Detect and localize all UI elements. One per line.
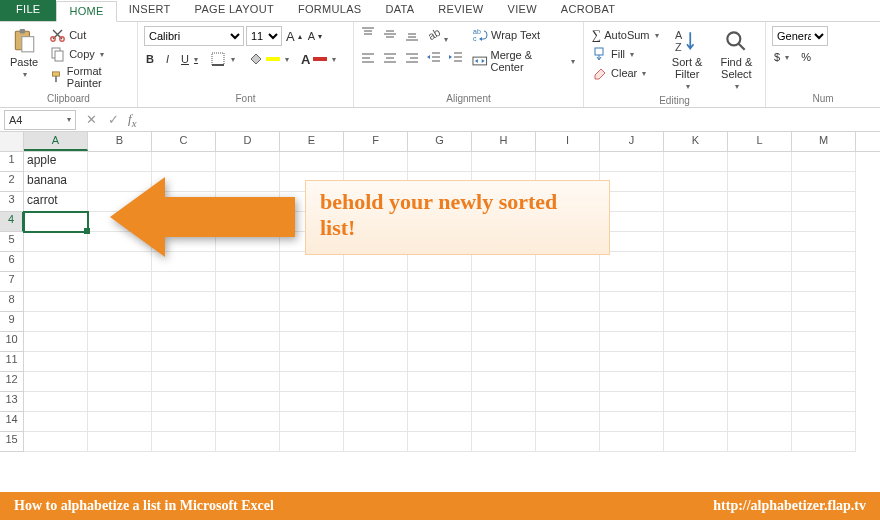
cell[interactable] [728,152,792,172]
cell[interactable] [408,252,472,272]
cell[interactable] [600,272,664,292]
cell[interactable] [152,372,216,392]
cell[interactable] [408,332,472,352]
cell[interactable] [344,272,408,292]
cell[interactable] [280,372,344,392]
cell[interactable] [280,412,344,432]
cell[interactable] [792,272,856,292]
cell[interactable]: carrot [24,192,88,212]
cell[interactable] [280,432,344,452]
cell[interactable] [472,272,536,292]
cell[interactable] [24,232,88,252]
cell[interactable] [24,412,88,432]
cell[interactable] [216,352,280,372]
cell[interactable] [536,312,600,332]
decrease-indent-button[interactable] [426,50,442,68]
format-painter-button[interactable]: Format Painter [48,64,131,90]
cell[interactable] [536,392,600,412]
shrink-font-button[interactable]: A▾ [306,29,324,43]
cell[interactable] [88,392,152,412]
cell[interactable] [152,432,216,452]
cell[interactable] [536,432,600,452]
cell[interactable] [600,372,664,392]
column-header[interactable]: G [408,132,472,151]
tab-page-layout[interactable]: PAGE LAYOUT [183,0,286,21]
copy-button[interactable]: Copy▾ [48,45,131,63]
cell[interactable] [88,412,152,432]
cell[interactable] [88,272,152,292]
cell[interactable] [344,372,408,392]
cell[interactable] [152,272,216,292]
cell[interactable] [408,292,472,312]
cell[interactable] [472,312,536,332]
cell[interactable] [280,332,344,352]
cell[interactable] [344,292,408,312]
cell[interactable] [728,372,792,392]
tab-file[interactable]: FILE [0,0,56,21]
cell[interactable] [664,292,728,312]
cell[interactable] [536,152,600,172]
cell[interactable] [152,312,216,332]
underline-button[interactable]: U▾ [179,52,200,66]
cell[interactable] [728,172,792,192]
cell[interactable] [280,312,344,332]
cell[interactable] [536,292,600,312]
column-header[interactable]: C [152,132,216,151]
row-header[interactable]: 5 [0,232,24,252]
cell[interactable] [600,412,664,432]
column-header[interactable]: I [536,132,600,151]
font-size-select[interactable]: 11 [246,26,282,46]
column-header[interactable]: B [88,132,152,151]
cell[interactable] [664,212,728,232]
column-header[interactable]: M [792,132,856,151]
cut-button[interactable]: Cut [48,26,131,44]
cell[interactable] [792,372,856,392]
cell[interactable] [88,292,152,312]
cell[interactable] [664,152,728,172]
cell[interactable] [88,312,152,332]
align-middle-button[interactable] [382,26,398,44]
cell[interactable] [728,232,792,252]
cell[interactable] [664,232,728,252]
cell[interactable] [664,352,728,372]
cell[interactable] [24,372,88,392]
cell[interactable] [536,332,600,352]
cell[interactable] [280,292,344,312]
cell[interactable] [152,412,216,432]
name-box[interactable]: A4▾ [4,110,76,130]
cell[interactable] [792,312,856,332]
number-format-select[interactable]: General [772,26,828,46]
cell[interactable]: banana [24,172,88,192]
cell[interactable] [88,372,152,392]
cell[interactable] [24,352,88,372]
row-header[interactable]: 4 [0,212,24,232]
cell[interactable] [88,352,152,372]
fill-color-button[interactable]: ▾ [245,50,291,68]
cell[interactable] [408,312,472,332]
cell[interactable] [728,252,792,272]
cell[interactable] [536,252,600,272]
cell[interactable] [664,192,728,212]
cell[interactable] [472,332,536,352]
cell[interactable] [344,312,408,332]
cell[interactable] [24,312,88,332]
border-button[interactable]: ▾ [208,50,237,68]
cell[interactable] [344,432,408,452]
align-left-button[interactable] [360,50,376,68]
cell[interactable] [728,332,792,352]
cell[interactable] [216,292,280,312]
find-select-button[interactable]: Find & Select▾ [714,26,759,93]
fill-button[interactable]: Fill▾ [590,45,661,63]
cell[interactable] [280,352,344,372]
cell[interactable] [728,392,792,412]
cell[interactable] [792,192,856,212]
cell[interactable] [344,252,408,272]
cell[interactable] [408,432,472,452]
cell[interactable] [216,312,280,332]
cell[interactable] [664,372,728,392]
row-header[interactable]: 13 [0,392,24,412]
cell[interactable] [152,152,216,172]
align-top-button[interactable] [360,26,376,44]
cell[interactable] [600,352,664,372]
cell[interactable] [472,412,536,432]
